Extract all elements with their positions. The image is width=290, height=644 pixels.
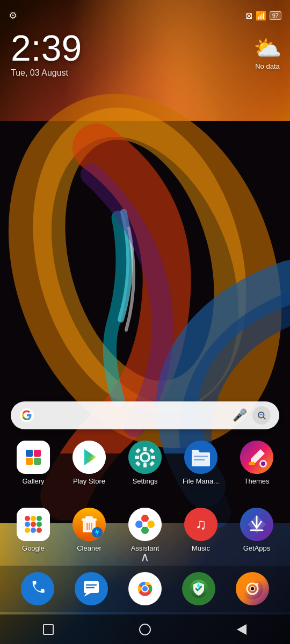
app-cleaner[interactable]: Cleaner	[65, 508, 113, 553]
svg-rect-9	[26, 458, 33, 465]
svg-point-38	[37, 522, 42, 527]
dock	[0, 566, 290, 612]
lens-icon[interactable]	[252, 406, 271, 425]
wifi-icon: 📶	[256, 11, 266, 21]
app-grid-row-2: Google	[0, 508, 290, 553]
svg-rect-16	[143, 447, 147, 451]
time-display: 2:39	[11, 30, 82, 66]
clock-area: 2:39 Tue, 03 August	[11, 30, 82, 78]
svg-point-52	[135, 521, 143, 528]
svg-point-77	[256, 583, 258, 585]
dock-messages[interactable]	[75, 572, 108, 605]
svg-point-70	[142, 586, 148, 591]
app-filemanager-label: File Mana...	[183, 477, 219, 486]
weather-widget[interactable]: ⛅ No data	[253, 35, 281, 70]
svg-rect-27	[194, 459, 205, 460]
svg-rect-17	[143, 463, 147, 467]
svg-rect-19	[151, 456, 155, 459]
app-cleaner-label: Cleaner	[77, 544, 102, 553]
app-filemanager[interactable]: File Mana...	[177, 441, 225, 486]
dock-security[interactable]	[182, 572, 215, 605]
svg-point-37	[31, 522, 36, 527]
svg-point-53	[141, 515, 149, 522]
svg-point-34	[31, 516, 36, 521]
svg-point-39	[25, 528, 30, 533]
dock-chrome[interactable]	[128, 572, 162, 605]
app-google[interactable]: Google	[9, 508, 57, 553]
weather-icon: ⛅	[253, 35, 281, 61]
app-music[interactable]: ♫ Music	[177, 508, 225, 553]
app-playstore-label: Play Store	[73, 477, 105, 486]
svg-point-31	[261, 462, 265, 466]
svg-point-15	[142, 454, 148, 460]
app-gallery-label: Gallery	[22, 477, 44, 486]
svg-rect-6	[23, 447, 44, 468]
svg-point-76	[251, 587, 254, 590]
screenshot-icon: ⊠	[245, 11, 252, 21]
svg-point-41	[37, 528, 42, 533]
app-playstore[interactable]: Play Store	[65, 441, 113, 486]
nav-bar	[0, 614, 290, 644]
app-gallery[interactable]: Gallery	[9, 441, 57, 486]
status-bar: ⚙ ⊠ 📶 97	[0, 0, 290, 27]
svg-point-33	[25, 516, 30, 521]
app-music-label: Music	[192, 544, 210, 553]
svg-point-35	[37, 516, 42, 521]
svg-rect-45	[85, 516, 93, 519]
app-settings-label: Settings	[133, 477, 158, 486]
app-getapps-label: GetApps	[243, 544, 271, 553]
app-assistant[interactable]: Assistant	[121, 508, 169, 553]
app-grid-row-1: Gallery	[0, 441, 290, 486]
svg-point-36	[25, 522, 30, 527]
microphone-icon[interactable]: 🎤	[233, 408, 247, 422]
date-display: Tue, 03 August	[11, 68, 82, 78]
settings-status-icon: ⚙	[9, 10, 17, 21]
svg-text:♫: ♫	[195, 516, 207, 532]
svg-rect-10	[34, 458, 41, 465]
app-themes[interactable]: Themes	[233, 441, 281, 486]
dock-camera[interactable]	[236, 572, 269, 605]
dock-phone[interactable]	[21, 572, 54, 605]
weather-text: No data	[255, 62, 280, 70]
nav-back-button[interactable]	[228, 616, 255, 643]
battery-indicator: 97	[270, 11, 281, 20]
svg-marker-64	[84, 593, 91, 597]
status-icons: ⊠ 📶 97	[245, 11, 281, 21]
svg-point-56	[142, 522, 148, 527]
app-google-label: Google	[22, 544, 45, 553]
svg-point-40	[31, 528, 36, 533]
nav-recent-button[interactable]	[35, 616, 62, 643]
svg-rect-8	[34, 450, 41, 457]
svg-point-54	[147, 521, 155, 528]
nav-home-button[interactable]	[132, 616, 158, 643]
app-getapps[interactable]: GetApps	[233, 508, 281, 553]
swipe-up-indicator[interactable]: ∧	[140, 550, 150, 565]
svg-rect-46	[86, 523, 88, 530]
svg-rect-29	[249, 462, 255, 465]
google-logo	[19, 408, 34, 423]
svg-rect-47	[89, 523, 90, 530]
svg-rect-26	[194, 456, 208, 457]
svg-rect-48	[91, 523, 92, 530]
svg-rect-18	[135, 456, 139, 459]
svg-point-55	[141, 526, 149, 534]
app-themes-label: Themes	[244, 477, 270, 486]
search-bar[interactable]: 🎤	[11, 401, 279, 429]
svg-rect-7	[26, 450, 33, 457]
app-settings[interactable]: Settings	[121, 441, 169, 486]
